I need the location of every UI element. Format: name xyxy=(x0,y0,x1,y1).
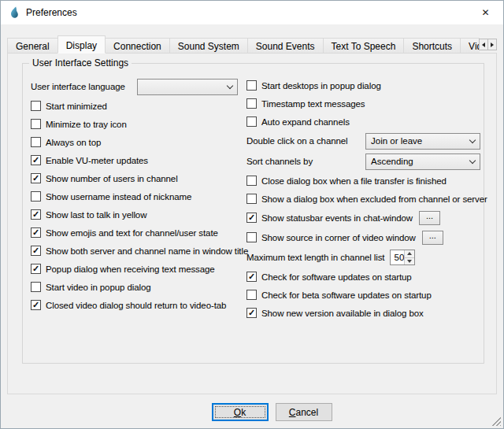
checkbox-row[interactable]: Show source in corner of video window... xyxy=(246,227,480,247)
checkbox-row[interactable]: Show a dialog box when excluded from cha… xyxy=(246,190,480,208)
tab-shortcuts[interactable]: Shortcuts xyxy=(403,38,461,54)
checkbox-label: Auto expand channels xyxy=(261,117,350,127)
checkbox-row[interactable]: ✓Show number of users in channel xyxy=(31,169,239,187)
checkbox-row[interactable]: Auto expand channels xyxy=(246,113,480,131)
tab-video[interactable]: Video xyxy=(460,38,480,54)
checkbox-label: Start desktops in popup dialog xyxy=(261,81,381,91)
close-button[interactable]: ✕ xyxy=(468,1,503,24)
ok-button[interactable]: Ok xyxy=(212,403,269,421)
close-icon: ✕ xyxy=(481,7,489,18)
checkbox-row[interactable]: ✓Check for software updates on startup xyxy=(246,268,480,286)
checkbox-checked[interactable]: ✓ xyxy=(31,173,41,183)
checkbox-label: Start video in popup dialog xyxy=(46,283,150,292)
spin-up-button[interactable] xyxy=(405,250,414,257)
arrow-left-icon xyxy=(482,43,485,47)
tabstrip: GeneralDisplayConnectionSound SystemSoun… xyxy=(7,35,497,54)
checkbox-label: Close dialog box when a file transfer is… xyxy=(261,176,447,186)
checkbox-row[interactable]: Close dialog box when a file transfer is… xyxy=(246,172,480,190)
max-text-length-spinbox[interactable]: 50 xyxy=(390,250,415,265)
language-combobox[interactable] xyxy=(137,79,238,95)
checkbox-label: Show last to talk in yellow xyxy=(46,210,146,220)
double-click-combobox[interactable]: Join or leave xyxy=(365,133,480,150)
double-click-setting: Double click on a channel Join or leave xyxy=(246,131,480,151)
checkbox-label: Show new version available in dialog box xyxy=(261,309,424,318)
checkbox-checked[interactable]: ✓ xyxy=(246,308,257,318)
right-bottom-checkbox-list: ✓Check for software updates on startupCh… xyxy=(246,268,480,322)
checkbox-checked[interactable]: ✓ xyxy=(31,264,41,274)
checkbox-checked[interactable]: ✓ xyxy=(31,227,41,238)
checkbox-row[interactable]: Timestamp text messages xyxy=(246,94,480,113)
checkbox-unchecked[interactable] xyxy=(246,232,257,242)
checkbox-row[interactable]: ✓Enable VU-meter updates xyxy=(31,151,239,169)
checkbox-unchecked[interactable] xyxy=(31,119,41,129)
sort-channels-combobox[interactable]: Ascending xyxy=(365,153,480,170)
checkbox-label: Show username instead of nickname xyxy=(46,192,191,202)
ok-label-rest: k xyxy=(241,407,246,418)
checkbox-label: Show emojis and text for channel/user st… xyxy=(46,228,218,238)
checkbox-row[interactable]: ✓Show emojis and text for channel/user s… xyxy=(31,224,239,242)
checkbox-row[interactable]: Show username instead of nickname xyxy=(31,187,239,205)
combobox-value: Ascending xyxy=(371,157,465,166)
checkbox-unchecked[interactable] xyxy=(246,98,257,109)
checkbox-checked[interactable]: ✓ xyxy=(246,213,257,223)
checkbox-unchecked[interactable] xyxy=(31,282,41,292)
checkbox-label: Start minimized xyxy=(46,102,107,111)
checkbox-label: Show number of users in channel xyxy=(46,174,178,183)
chevron-down-icon xyxy=(469,157,476,163)
checkbox-unchecked[interactable] xyxy=(246,290,257,300)
sort-channels-setting: Sort channels by Ascending xyxy=(246,151,480,172)
checkbox-row[interactable]: Start video in popup dialog xyxy=(31,278,239,296)
language-label: User interface language xyxy=(31,82,137,91)
tab-scroll-right-button[interactable] xyxy=(487,39,497,50)
language-setting: User interface language xyxy=(31,76,239,97)
checkbox-row[interactable]: Check for beta software updates on start… xyxy=(246,286,480,304)
spin-value: 50 xyxy=(391,250,404,264)
checkbox-row[interactable]: ✓Show both server and channel name in wi… xyxy=(31,242,239,260)
checkbox-unchecked[interactable] xyxy=(31,191,41,202)
right-mid-checkbox-list: Close dialog box when a file transfer is… xyxy=(246,172,480,247)
checkbox-label: Minimize to tray icon xyxy=(46,120,127,129)
checkbox-unchecked[interactable] xyxy=(246,80,257,91)
combobox-value: Join or leave xyxy=(371,136,465,146)
checkbox-unchecked[interactable] xyxy=(31,137,41,147)
checkbox-row[interactable]: Start minimized xyxy=(31,97,239,115)
tab-scroll-buttons xyxy=(479,39,497,50)
checkbox-row[interactable]: Always on top xyxy=(31,133,239,151)
checkbox-row[interactable]: ✓Show statusbar events in chat-window... xyxy=(246,208,480,227)
right-column: Start desktops in popup dialogTimestamp … xyxy=(246,76,480,322)
checkbox-unchecked[interactable] xyxy=(246,116,257,127)
tab-sound-system[interactable]: Sound System xyxy=(169,38,248,54)
tab-text-to-speech[interactable]: Text To Speech xyxy=(323,38,405,54)
max-text-length-label: Maximum text length in channel list xyxy=(246,253,384,262)
checkbox-row[interactable]: ✓Show last to talk in yellow xyxy=(31,205,239,224)
preferences-dialog: Preferences ✕ GeneralDisplayConnectionSo… xyxy=(0,0,504,429)
tab-sound-events[interactable]: Sound Events xyxy=(247,38,324,54)
checkbox-checked[interactable]: ✓ xyxy=(31,300,41,310)
tab-display[interactable]: Display xyxy=(57,35,106,54)
checkbox-unchecked[interactable] xyxy=(246,194,257,204)
checkbox-label: Timestamp text messages xyxy=(261,99,365,109)
checkbox-checked[interactable]: ✓ xyxy=(31,155,41,165)
more-options-button[interactable]: ... xyxy=(419,211,440,225)
more-options-button[interactable]: ... xyxy=(422,231,443,245)
checkbox-checked[interactable]: ✓ xyxy=(246,272,257,282)
sort-channels-label: Sort channels by xyxy=(246,157,365,166)
spin-down-button[interactable] xyxy=(405,257,414,265)
titlebar: Preferences ✕ xyxy=(1,1,503,24)
left-checkbox-list: Start minimizedMinimize to tray iconAlwa… xyxy=(31,97,239,314)
checkbox-unchecked[interactable] xyxy=(246,176,257,186)
user-interface-settings-group: User Interface Settings User interface l… xyxy=(22,63,484,364)
arrow-up-icon xyxy=(407,252,412,255)
checkbox-row[interactable]: ✓Closed video dialog should return to vi… xyxy=(31,296,239,314)
checkbox-row[interactable]: ✓Show new version available in dialog bo… xyxy=(246,304,480,322)
cancel-button[interactable]: Cancel xyxy=(276,403,332,421)
checkbox-checked[interactable]: ✓ xyxy=(31,246,41,256)
checkbox-checked[interactable]: ✓ xyxy=(31,209,41,220)
checkbox-row[interactable]: Start desktops in popup dialog xyxy=(246,76,480,94)
spin-buttons xyxy=(404,250,414,264)
checkbox-row[interactable]: ✓Popup dialog when receiving text messag… xyxy=(31,260,239,278)
checkbox-unchecked[interactable] xyxy=(31,101,41,111)
tab-connection[interactable]: Connection xyxy=(105,38,170,54)
tab-general[interactable]: General xyxy=(7,38,58,54)
checkbox-row[interactable]: Minimize to tray icon xyxy=(31,115,239,133)
